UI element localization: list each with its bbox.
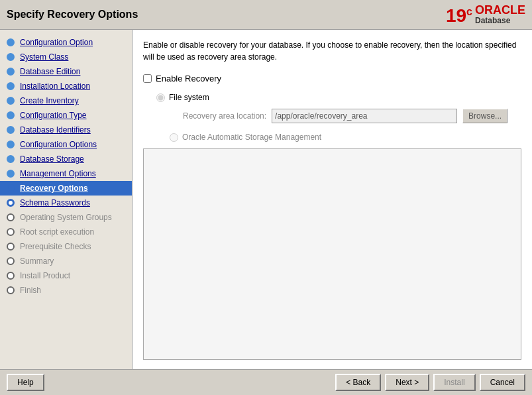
sidebar-item-label: Install Product [20,271,70,280]
step-icon-done [7,111,15,119]
next-button[interactable]: Next > [385,374,429,391]
sidebar-item-label: Configuration Option [20,38,93,47]
step-icon-done [7,97,15,105]
step-icon-disabled [7,213,15,221]
oracle-version: 19c [446,7,472,25]
sidebar-item-recovery-options[interactable]: Recovery Options [0,181,132,196]
step-icon-done [7,126,15,134]
sidebar-item-configuration-type[interactable]: Configuration Type [0,108,132,123]
step-icon-next [7,199,15,207]
sidebar-item-installation-location[interactable]: Installation Location [0,79,132,93]
enable-recovery-row: Enable Recovery [143,74,521,84]
sidebar-item-install-product: Install Product [0,268,132,283]
asm-radio[interactable] [170,133,178,142]
cancel-button[interactable]: Cancel [480,374,525,391]
sidebar-item-label: System Class [20,52,68,62]
step-icon-done [7,38,15,46]
sidebar-item-label: Recovery Options [20,184,88,193]
install-button[interactable]: Install [433,374,475,391]
step-icon-done [7,68,15,76]
sidebar-item-operating-system-groups: Operating System Groups [0,210,132,225]
sidebar-item-label: Prerequisite Checks [20,242,91,251]
help-button[interactable]: Help [7,374,44,391]
empty-content-area [143,148,521,360]
sidebar-item-label: Configuration Options [20,140,97,149]
oracle-logo: 19c ORACLE Database [446,4,525,25]
step-icon-disabled [7,286,15,294]
sidebar-item-database-edition[interactable]: Database Edition [0,64,132,79]
sidebar-item-label: Create Inventory [20,96,79,105]
description-text: Enable or disable recovery for your data… [143,39,521,63]
bottom-bar: Help < Back Next > Install Cancel [0,369,532,395]
sidebar-item-system-class[interactable]: System Class [0,50,132,64]
recovery-area-label: Recovery area location: [183,111,266,121]
sidebar-item-summary: Summary [0,254,132,268]
sidebar-item-configuration-option[interactable]: Configuration Option [0,35,132,50]
sidebar-item-database-storage[interactable]: Database Storage [0,152,132,166]
enable-recovery-checkbox[interactable] [143,74,152,83]
sidebar-item-label: Finish [20,286,41,295]
file-system-row: File system [156,93,521,102]
sidebar-item-label: Operating System Groups [20,213,112,222]
step-icon-disabled [7,243,15,251]
file-system-radio[interactable] [156,93,165,102]
recovery-area-input[interactable] [272,109,457,123]
step-icon-done [7,141,15,148]
sidebar-item-create-inventory[interactable]: Create Inventory [0,93,132,108]
recovery-options-section: File system Recovery area location: Brow… [156,93,521,142]
sidebar-item-label: Configuration Type [20,111,87,120]
step-icon-disabled [7,272,15,280]
title-bar: Specify Recovery Options 19c ORACLE Data… [0,0,532,30]
sidebar-item-label: Summary [20,256,54,266]
sidebar-item-root-script-execution: Root script execution [0,225,132,239]
main-content: Configuration Option System Class Databa… [0,30,532,369]
asm-label: Oracle Automatic Storage Management [182,133,321,142]
sidebar-item-schema-passwords[interactable]: Schema Passwords [0,196,132,210]
sidebar-item-prerequisite-checks: Prerequisite Checks [0,239,132,254]
sidebar-item-label: Root script execution [20,227,94,237]
step-icon-done [7,155,15,163]
file-system-label: File system [169,93,209,102]
bottom-left-actions: Help [7,374,44,391]
sidebar-item-management-options[interactable]: Management Options [0,166,132,181]
step-icon-disabled [7,257,15,265]
step-icon-done [7,170,15,178]
sidebar-item-database-identifiers[interactable]: Database Identifiers [0,123,132,137]
step-icon-disabled [7,228,15,236]
step-icon-active [7,184,15,192]
oracle-brand: ORACLE Database [475,4,525,25]
sidebar-item-label: Database Edition [20,67,80,76]
sidebar-item-finish: Finish [0,283,132,298]
sidebar-item-label: Database Identifiers [20,125,91,135]
step-icon-done [7,82,15,90]
recovery-area-location-row: Recovery area location: Browse... [183,109,521,123]
step-icon-done [7,53,15,61]
enable-recovery-label: Enable Recovery [156,74,221,84]
page-title: Specify Recovery Options [7,9,138,21]
sidebar-item-label: Installation Location [20,82,90,91]
sidebar-item-label: Schema Passwords [20,198,90,207]
right-panel: Enable or disable recovery for your data… [133,30,532,369]
bottom-right-actions: < Back Next > Install Cancel [335,374,525,391]
sidebar-item-label: Database Storage [20,154,84,164]
asm-row: Oracle Automatic Storage Management [170,133,521,142]
browse-button[interactable]: Browse... [462,109,507,123]
sidebar-item-configuration-options[interactable]: Configuration Options [0,137,132,152]
back-button[interactable]: < Back [335,374,381,391]
sidebar: Configuration Option System Class Databa… [0,30,133,369]
sidebar-item-label: Management Options [20,169,96,178]
